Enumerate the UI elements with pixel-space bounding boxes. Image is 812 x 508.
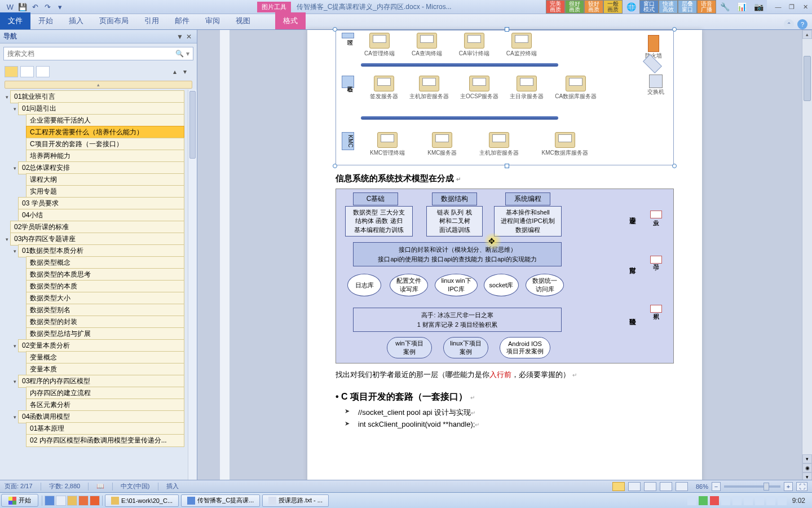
tray-icon-7[interactable] [755,496,764,505]
badge-tool2-icon[interactable]: 📊 [733,0,750,14]
nav-item-15[interactable]: 数据类型的本质思考 [1,269,184,281]
nav-caret-icon[interactable]: ▾ [11,343,18,349]
tab-insert[interactable]: 插入 [61,12,91,29]
nav-item-19[interactable]: 数据类型的封装 [1,316,184,328]
nav-item-29[interactable]: 02 内存四区模型和函数调用模型变量传递分... [1,435,184,446]
task-explorer[interactable]: E:\01-work\20_C... [105,494,179,507]
status-page[interactable]: 页面: 2/17 [5,482,33,491]
nav-item-0[interactable]: ▾01就业班引言 [1,91,184,103]
badge-normal[interactable]: 一般 画质 [603,0,623,14]
nav-item-14[interactable]: 数据类型概念 [1,257,184,269]
tray-icon-5[interactable] [732,496,742,505]
qat-dropdown-icon[interactable]: ▾ [54,2,65,12]
nav-caret-icon[interactable]: ▾ [3,237,10,242]
help-icon[interactable]: ? [797,19,807,29]
start-button[interactable]: 开始 [1,494,38,507]
nav-item-11[interactable]: 02学员听课的标准 [1,221,184,233]
minimize-icon[interactable]: — [771,2,785,12]
word-icon[interactable]: W [5,2,16,12]
nav-item-10[interactable]: 04小结 [1,209,184,221]
redo-icon[interactable]: ↷ [42,2,53,12]
tab-home[interactable]: 开始 [30,12,61,29]
status-language[interactable]: 中文(中国) [121,482,149,491]
tab-file[interactable]: 文件 [0,12,30,29]
nav-caret-icon[interactable]: ▾ [3,94,10,100]
object-prev-icon[interactable]: ◉ [802,463,812,472]
badge-perfect[interactable]: 完美 画质 [546,0,565,14]
scroll-up-icon[interactable]: ▴ [802,30,812,39]
tab-mailings[interactable]: 邮件 [167,12,197,29]
zoom-fit-icon[interactable]: ⛶ [796,482,807,491]
view-outline[interactable] [660,482,672,491]
tab-format[interactable]: 格式 [275,12,306,29]
view-draft[interactable] [676,482,688,491]
nav-view-results[interactable] [36,66,50,77]
architecture-diagram[interactable]: C基础 数据结构 系统编程 数据类型 三大分支 结构体 函数 递归 基本编程能力… [336,189,674,364]
tray-icon-2[interactable] [699,496,708,505]
status-words[interactable]: 字数: 2,880 [49,482,81,491]
nav-item-26[interactable]: 各区元素分析 [1,399,184,411]
doc-scrollbar[interactable]: ▴ ▾ ◉ ▾ [802,30,812,481]
undo-icon[interactable]: ↶ [29,2,41,12]
badge-window[interactable]: 窗口 模式 [639,0,659,14]
badge-cascade[interactable]: 层叠 窗口 [678,0,697,14]
nav-view-pages[interactable] [20,66,34,77]
nav-item-20[interactable]: 数据类型总结与扩展 [1,328,184,340]
nav-item-2[interactable]: 企业需要能干活的人 [1,115,184,126]
view-full-screen[interactable] [628,482,641,491]
nav-next-icon[interactable]: ▾ [183,68,192,76]
status-proof-icon[interactable]: 📖 [96,483,104,490]
nav-item-5[interactable]: 培养两种能力 [1,150,184,162]
badge-fast[interactable]: 快速 高效 [659,0,678,14]
nav-item-13[interactable]: ▾01数据类型本质分析 [1,245,184,257]
close-icon[interactable]: ✕ [798,2,812,12]
nav-item-7[interactable]: 课程大纲 [1,174,184,186]
zoom-in-icon[interactable]: + [784,482,793,491]
tray-icon-4[interactable] [721,496,730,505]
nav-collapse-bar[interactable]: ▴ [5,81,192,89]
tab-view[interactable]: 视图 [228,12,258,29]
nav-item-24[interactable]: ▾03程序的内存四区模型 [1,375,184,387]
ql-ie-icon[interactable] [45,496,55,506]
nav-item-27[interactable]: ▾04函数调用模型 [1,411,184,423]
ribbon-minimize-icon[interactable]: ⌃ [784,19,794,29]
nav-item-23[interactable]: 变量本质 [1,364,184,375]
status-mode[interactable]: 插入 [166,482,179,491]
nav-scrollbar[interactable] [188,90,197,481]
ql-desktop-icon[interactable] [56,496,66,506]
tray-volume-icon[interactable] [778,496,787,505]
nav-caret-icon[interactable]: ▾ [11,379,18,384]
nav-item-18[interactable]: 数据类型别名 [1,304,184,316]
nav-item-12[interactable]: ▾03内存四区专题讲座 [1,233,184,245]
nav-item-8[interactable]: 实用专题 [1,186,184,198]
nav-caret-icon[interactable]: ▾ [11,106,18,112]
nav-view-headings[interactable] [5,66,18,77]
nav-item-22[interactable]: 变量概念 [1,352,184,364]
tray-icon-3[interactable] [710,496,719,505]
nav-item-17[interactable]: 数据类型大小 [1,292,184,304]
zoom-percent[interactable]: 86% [696,483,708,490]
badge-better[interactable]: 较好 画质 [584,0,603,14]
search-dropdown-icon[interactable]: ▾ [186,50,189,58]
nav-item-9[interactable]: 03 学员要求 [1,198,184,209]
nav-prev-icon[interactable]: ▴ [173,68,182,76]
search-input[interactable] [7,50,175,58]
task-notepad[interactable]: 授课思路.txt - ... [262,494,329,507]
nav-caret-icon[interactable]: ▾ [11,165,18,171]
nav-caret-icon[interactable]: ▾ [11,248,18,254]
ql-firefox-icon[interactable] [90,496,100,506]
nav-item-1[interactable]: ▾01问题引出 [1,103,184,115]
tab-references[interactable]: 引用 [136,12,167,29]
task-word[interactable]: 传智播客_C提高课... [181,494,260,507]
nav-item-4[interactable]: C项目开发的套路（一套接口） [1,138,184,150]
nav-item-16[interactable]: 数据类型的本质 [1,281,184,292]
nav-item-6[interactable]: ▾02总体课程安排 [1,162,184,174]
doc-scroll-thumb[interactable] [804,56,811,101]
badge-good[interactable]: 很好 画质 [565,0,584,14]
nav-close-icon[interactable]: ✕ [184,32,193,41]
zoom-out-icon[interactable]: − [712,482,721,491]
badge-tool3-icon[interactable]: 📷 [750,0,767,14]
tray-icon-6[interactable] [744,496,753,505]
nav-item-25[interactable]: 内存四区的建立流程 [1,387,184,399]
badge-globe-icon[interactable]: 🌐 [623,0,639,14]
